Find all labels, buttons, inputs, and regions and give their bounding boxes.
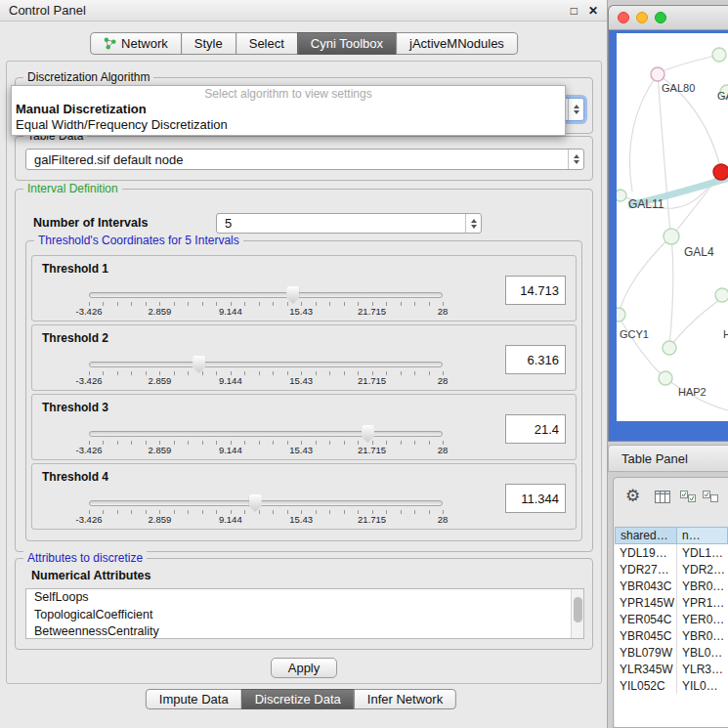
tab-label: Select (249, 36, 284, 51)
table-row[interactable]: YER054CYER0… (615, 611, 728, 627)
close-button[interactable] (618, 12, 629, 23)
network-node[interactable] (712, 48, 726, 62)
threshold-slider-track[interactable] (89, 431, 443, 437)
attributes-group: Attributes to discretize Numerical Attri… (15, 558, 593, 650)
tick-label: 21.715 (358, 445, 386, 455)
tab-cyni-toolbox[interactable]: Cyni Toolbox (297, 32, 397, 55)
table-cell: YPR145W (615, 594, 677, 611)
node-label: GCY1 (620, 328, 649, 340)
tab-style[interactable]: Style (181, 32, 236, 55)
table-row[interactable]: YDL19…YDL1… (615, 544, 728, 561)
table-panel-titlebar: Table Panel (608, 445, 728, 472)
tab-impute-data[interactable]: Impute Data (146, 689, 242, 709)
cyni-toolbox-panel: Discretization Algorithm Select algorith… (6, 61, 602, 684)
node-label: H (723, 328, 728, 340)
table-cell: YLR3… (677, 661, 728, 677)
combobox-stepper-icon[interactable] (568, 99, 583, 120)
table-data-combobox-value: galFiltered.sif default node (26, 152, 568, 167)
column-header[interactable]: n… (677, 527, 728, 544)
column-header[interactable]: shared… (615, 527, 677, 544)
table-cell: YIL052C (615, 677, 677, 694)
table-cell: YBR045C (615, 627, 677, 644)
threshold-slider-track[interactable] (89, 500, 443, 506)
table-header-row: shared… n… (615, 527, 728, 544)
table-row[interactable]: YDR27…YDR2… (615, 561, 728, 578)
float-window-icon[interactable]: □ (571, 4, 578, 18)
tab-select[interactable]: Select (236, 32, 298, 55)
tick-label: 21.715 (358, 514, 386, 525)
network-node[interactable] (663, 341, 676, 355)
tab-label: Cyni Toolbox (311, 36, 383, 51)
table-row[interactable]: YPR145WYPR1… (615, 594, 728, 611)
tick-label: -3.426 (76, 445, 103, 455)
network-node-selected[interactable] (713, 164, 728, 180)
group-title-interval: Interval Definition (23, 182, 122, 195)
table-row[interactable]: YIL052CYIL0… (615, 677, 728, 694)
table-panel-title: Table Panel (621, 451, 688, 466)
group-title-discretization: Discretization Algorithm (23, 70, 153, 84)
network-node[interactable] (715, 288, 728, 302)
threshold-value-field[interactable]: 6.316 (505, 345, 566, 374)
tab-discretize-data[interactable]: Discretize Data (241, 689, 355, 709)
table-cell: YPR1… (677, 594, 728, 611)
network-canvas[interactable]: GAL80 GA GAL11 GAL4 GCY1 H HAP2 (617, 33, 728, 421)
table-cell: YLR345W (615, 661, 677, 677)
close-panel-icon[interactable]: ✕ (588, 4, 598, 18)
scrollbar-thumb[interactable] (574, 597, 582, 622)
threshold-slider-track[interactable] (89, 292, 443, 298)
numerical-attributes-list[interactable]: SelfLoopsTopologicalCoefficientBetweenne… (25, 588, 584, 639)
tick-label: -3.426 (76, 306, 103, 317)
table-cell: YER0… (677, 611, 728, 627)
table-body: YDL19…YDL1…YDR27…YDR2…YBR043CYBR0…YPR145… (615, 544, 728, 727)
thresholds-group: Threshold's Coordinates for 5 Intervals … (25, 240, 582, 541)
apply-button[interactable]: Apply (271, 658, 337, 678)
network-node[interactable] (651, 67, 664, 81)
tab-infer-network[interactable]: Infer Network (354, 689, 456, 709)
columns-icon[interactable] (655, 490, 670, 507)
network-node[interactable] (617, 190, 626, 201)
zoom-button[interactable] (655, 12, 666, 23)
list-scrollbar[interactable] (571, 589, 583, 638)
tick-label: 2.859 (149, 306, 172, 317)
node-label: GAL80 (662, 82, 695, 94)
tab-label: jActiveMNodules (409, 36, 504, 51)
select-all-columns-icon[interactable] (680, 490, 697, 507)
tick-label: 2.859 (149, 445, 172, 455)
dropdown-item[interactable]: Equal Width/Frequency Discretization (12, 117, 565, 133)
group-title-attributes: Attributes to discretize (23, 551, 147, 565)
tab-jactivemnodules[interactable]: jActiveMNodules (396, 32, 518, 55)
minimize-button[interactable] (636, 12, 648, 23)
threshold-value-field[interactable]: 14.713 (505, 276, 566, 305)
table-cell: YBL079W (615, 644, 677, 661)
slider-scale: -3.4262.8599.14415.4321.71528 (89, 375, 443, 387)
threshold-value-field[interactable]: 11.344 (505, 484, 566, 513)
gear-icon[interactable]: ⚙ (625, 488, 640, 504)
network-node[interactable] (664, 229, 679, 244)
threshold-value-field[interactable]: 21.4 (505, 414, 566, 444)
network-node[interactable] (617, 308, 625, 321)
attribute-item[interactable]: TopologicalCoefficient (26, 607, 583, 624)
tick-label: 28 (438, 306, 449, 317)
dropdown-item[interactable]: Manual Discretization (12, 102, 565, 117)
deselect-columns-icon[interactable] (703, 490, 719, 507)
combobox-stepper-icon[interactable] (568, 150, 583, 169)
attribute-item[interactable]: BetweennessCentrality (26, 623, 583, 639)
tab-network[interactable]: Network (90, 32, 182, 55)
slider-scale: -3.4262.8599.14415.4321.71528 (89, 514, 443, 526)
num-intervals-combobox[interactable]: 5 (216, 213, 482, 234)
table-row[interactable]: YLR345WYLR3… (615, 661, 728, 677)
threshold-label: Threshold 1 (42, 262, 108, 276)
table-row[interactable]: YBL079WYBL0… (615, 644, 728, 661)
table-row[interactable]: YBR043CYBR0… (615, 578, 728, 594)
threshold-slider-track[interactable] (89, 362, 443, 367)
node-label: GAL11 (628, 197, 664, 211)
threshold-panel-4: Threshold 4-3.4262.8599.14415.4321.71528… (31, 463, 577, 530)
combobox-stepper-icon[interactable] (465, 214, 481, 233)
network-node[interactable] (659, 371, 672, 385)
table-data-combobox[interactable]: galFiltered.sif default node (25, 149, 584, 170)
table-cell: YDR27… (615, 561, 677, 578)
attribute-item[interactable]: SelfLoops (26, 589, 583, 607)
tick-label: 15.43 (289, 445, 313, 455)
table-row[interactable]: YBR045CYBR0… (615, 627, 728, 644)
threshold-label: Threshold 3 (42, 401, 108, 414)
